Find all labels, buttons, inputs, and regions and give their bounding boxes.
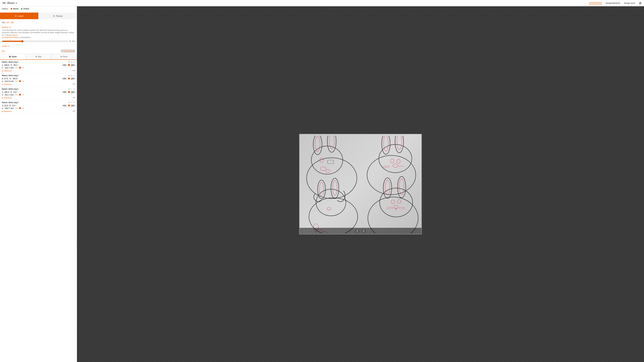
- pause-button[interactable]: ⏸ Pause: [38, 12, 77, 19]
- work-height-section: itshöhe: ▾ e hier die Höhe ein, auf der …: [0, 25, 77, 44]
- dup-label-2: duplizieren: [4, 83, 12, 85]
- file-3-position: 2, 165.4: [2, 91, 9, 93]
- file-item-4: Hasen_6mm.svg.4 ↺ + × 3, 25.5 ↻ 0.0 ° AB…: [0, 100, 77, 114]
- file-1-header: Hasen_6mm.svg.1 ↺ + ×: [2, 61, 75, 63]
- file-1-actions: ↺ + ×: [68, 61, 75, 63]
- file-1-dup[interactable]: ⧉ duplizieren: [2, 70, 12, 72]
- logo-star: ✳: [15, 2, 17, 4]
- work-height-label[interactable]: itshöhe: ▾: [2, 26, 75, 28]
- file-1-08a: 0̲8A: [71, 64, 75, 66]
- file-2-abc: ABC: [62, 77, 67, 80]
- file-3-header: Hasen_6mm.svg.3 ↺ + ×: [2, 88, 75, 90]
- file-3-rotation-icon: ↻: [10, 91, 12, 93]
- reset-label: Zurücksetzen: [63, 50, 74, 52]
- dup-label-4: duplizieren: [4, 110, 12, 112]
- file-4-header: Hasen_6mm.svg.4 ↺ + ×: [2, 101, 75, 104]
- height-slider[interactable]: [2, 40, 68, 42]
- file-2-menu[interactable]: ≡▾: [72, 83, 75, 85]
- left-panel: Status: Bereit Online ◎ Laser ⏸ Pause it…: [0, 6, 77, 141]
- file-1-close[interactable]: ×: [74, 61, 75, 63]
- reset-button[interactable]: ↺ Zurücksetzen: [61, 50, 75, 52]
- file-3-actions: ↺ + ×: [68, 88, 75, 90]
- file-1-name: Hasen_6mm.svg.1: [2, 61, 18, 63]
- chain-icon-2: ∞: [2, 80, 3, 82]
- tab-text[interactable]: A Text: [26, 54, 51, 59]
- file-1-pct: %: [22, 67, 24, 69]
- slider-unit: mm: [72, 40, 75, 42]
- position-label: ition:: [2, 21, 6, 24]
- file-4-chain-val: 150.7 mm: [4, 107, 14, 109]
- laser-label: Laser: [18, 14, 24, 17]
- online-label: Online: [23, 7, 29, 10]
- work-height-link[interactable]: diesem: [12, 34, 18, 36]
- file-2-name: Hasen_6mm.svg.2: [2, 74, 18, 77]
- file-3-menu[interactable]: ≡▾: [72, 96, 75, 99]
- file-2-color-dot[interactable]: [68, 77, 70, 79]
- status-online: Online: [21, 7, 29, 10]
- file-item-1: Hasen_6mm.svg.1 ↺ + × 1, 189.8 ↻ 90.1 ° …: [0, 60, 77, 73]
- file-2-mm: mm: [15, 80, 18, 82]
- file-4-08a: 0̲8A: [71, 104, 75, 107]
- file-3-dup[interactable]: ⧉ duplizieren: [2, 97, 12, 99]
- file-3-close[interactable]: ×: [74, 88, 75, 90]
- file-4-name: Hasen_6mm.svg.4: [2, 101, 18, 104]
- file-2-props-row2: ∞ 131.8 mm mm %: [2, 80, 75, 82]
- canvas-area[interactable]: ⊟ ⊞: [77, 6, 226, 141]
- file-4-color-dot[interactable]: [68, 104, 70, 106]
- chain-icon-1: ∞: [2, 66, 3, 69]
- file-2-dup[interactable]: ⧉ duplizieren: [2, 83, 12, 85]
- file-1-rotation: 90.1 °: [14, 64, 19, 66]
- pause-icon: ⏸: [52, 14, 55, 17]
- file-3-pct: %: [22, 94, 24, 96]
- file-3-color-dot2[interactable]: [19, 94, 21, 96]
- file-4-dup[interactable]: ⧉ duplizieren: [2, 110, 12, 112]
- file-2-color-dot2[interactable]: [19, 80, 21, 82]
- tab-datei[interactable]: 🗎 Datei: [0, 54, 26, 59]
- file-1-mm: mm: [15, 67, 18, 69]
- file-4-menu[interactable]: ≡▾: [72, 110, 75, 112]
- file-2-refresh[interactable]: ↺: [68, 74, 70, 77]
- file-2-props-row1: 9, 57.5 ↻ -89.9 ° ABC 0̲8A: [2, 77, 75, 80]
- file-3-name: Hasen_6mm.svg.3: [2, 88, 18, 90]
- status-ready: Bereit: [11, 7, 18, 10]
- file-4-color-dot2[interactable]: [19, 107, 21, 109]
- dup-label-1: duplizieren: [4, 70, 12, 72]
- laser-button[interactable]: ◎ Laser: [0, 12, 38, 19]
- work-height-link2[interactable]: ensdatenbank-Artikel: [2, 36, 18, 38]
- file-4-add[interactable]: +: [71, 101, 72, 104]
- logo-text: Mr. Beam: [2, 1, 14, 5]
- text-icon: A: [35, 55, 37, 58]
- file-4-dup-row: ⧉ duplizieren ≡▾: [2, 110, 75, 112]
- preview-row[interactable]: schau: ▾: [0, 44, 77, 48]
- file-3-abc: ABC: [62, 91, 67, 93]
- file-2-rotation: -89.9 °: [12, 77, 18, 80]
- file-1-add[interactable]: +: [71, 61, 72, 63]
- file-2-close[interactable]: ×: [74, 74, 75, 77]
- file-3-add[interactable]: +: [71, 88, 72, 90]
- file-2-add[interactable]: +: [71, 74, 72, 77]
- file-3-mm: mm: [15, 94, 18, 96]
- file-icon: 🗎: [9, 55, 11, 58]
- file-2-position: 9, 57.5: [2, 77, 8, 80]
- tab-form[interactable]: ♥ Form: [51, 54, 77, 59]
- file-1-rotation-icon: ↻: [10, 64, 12, 66]
- file-3-08a: 0̲8A: [71, 91, 75, 93]
- ready-icon: [11, 8, 12, 9]
- file-4-close[interactable]: ×: [74, 101, 75, 104]
- pause-label: Pause: [56, 14, 63, 17]
- file-3-refresh[interactable]: ↺: [68, 88, 70, 90]
- file-1-menu[interactable]: ≡▾: [72, 69, 75, 72]
- file-4-rotation: 0.0 °: [12, 104, 17, 107]
- ready-label: Bereit: [13, 7, 18, 10]
- work-height-desc: e hier die Höhe ein, auf der gelasert we…: [2, 29, 75, 39]
- file-1-color-dot[interactable]: [68, 64, 70, 66]
- file-2-08a: 0̲8A: [71, 77, 75, 80]
- file-4-rotation-icon: ↻: [10, 104, 11, 107]
- file-4-abc: ABC: [62, 104, 67, 107]
- file-1-color-dot2[interactable]: [19, 67, 21, 69]
- canvas-background: ⊟ ⊞: [77, 6, 226, 141]
- tab-form-label: Form: [63, 55, 68, 58]
- file-1-refresh[interactable]: ↺: [68, 61, 70, 63]
- file-4-refresh[interactable]: ↺: [68, 101, 70, 104]
- file-3-color-dot[interactable]: [68, 91, 70, 93]
